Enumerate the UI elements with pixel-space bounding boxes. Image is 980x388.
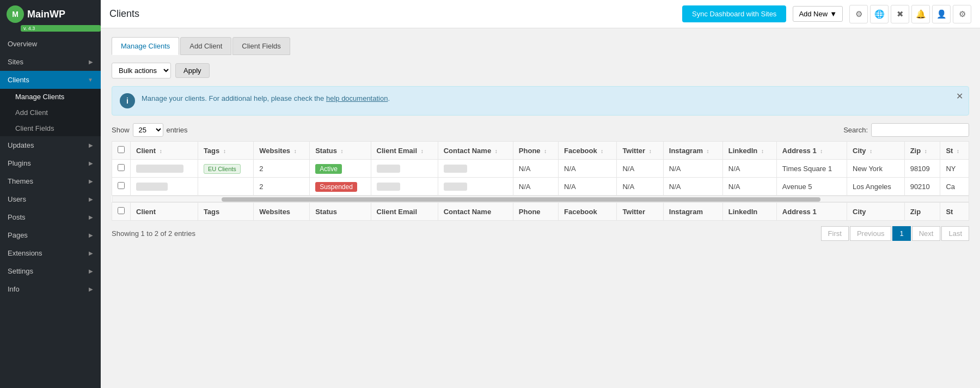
tab-manage-clients[interactable]: Manage Clients bbox=[112, 37, 179, 55]
add-new-button[interactable]: Add New ▼ bbox=[793, 6, 843, 22]
sidebar-item-users[interactable]: Users ▶ bbox=[0, 190, 101, 208]
col-st[interactable]: St ↕ bbox=[940, 142, 969, 160]
help-documentation-link[interactable]: help documentation bbox=[326, 94, 388, 102]
entries-per-page-select[interactable]: 25 10 50 100 bbox=[133, 123, 163, 137]
horizontal-scrollbar[interactable] bbox=[112, 196, 969, 202]
tags-cell: EU Clients bbox=[198, 160, 253, 178]
gear-icon[interactable]: ⚙ bbox=[849, 5, 868, 23]
phone-cell: N/A bbox=[513, 160, 558, 178]
tab-add-client[interactable]: Add Client bbox=[180, 37, 231, 55]
status-badge: Suspended bbox=[315, 182, 357, 192]
contact-cell bbox=[438, 160, 513, 178]
settings-icon[interactable]: ⚙ bbox=[953, 5, 971, 23]
next-page-button[interactable]: Next bbox=[912, 226, 941, 241]
facebook-cell: N/A bbox=[559, 178, 617, 196]
instagram-cell: N/A bbox=[663, 178, 722, 196]
col-client[interactable]: Client ↕ bbox=[131, 142, 198, 160]
row-checkbox[interactable] bbox=[118, 182, 125, 189]
col-phone[interactable]: Phone ↕ bbox=[513, 142, 558, 160]
version-badge: v. 4.3 bbox=[21, 25, 101, 32]
show-entries: Show 25 10 50 100 entries bbox=[112, 123, 188, 137]
sidebar-item-label: Posts bbox=[8, 213, 26, 221]
current-page-button[interactable]: 1 bbox=[892, 226, 910, 241]
sidebar-item-label: Settings bbox=[8, 267, 33, 275]
email-cell bbox=[371, 178, 438, 196]
x-circle-icon[interactable]: ✖ bbox=[891, 5, 909, 23]
search-input[interactable] bbox=[871, 123, 969, 137]
chevron-right-icon: ▶ bbox=[89, 250, 93, 256]
table-controls: Show 25 10 50 100 entries Search: bbox=[112, 123, 969, 137]
footer-col-zip: Zip bbox=[904, 203, 940, 221]
col-linkedin[interactable]: LinkedIn ↕ bbox=[722, 142, 776, 160]
first-page-button[interactable]: First bbox=[821, 226, 849, 241]
sidebar-item-extensions[interactable]: Extensions ▶ bbox=[0, 244, 101, 262]
col-contact[interactable]: Contact Name ↕ bbox=[438, 142, 513, 160]
last-page-button[interactable]: Last bbox=[941, 226, 969, 241]
sidebar-subitem-client-fields[interactable]: Client Fields bbox=[8, 120, 101, 136]
col-facebook[interactable]: Facebook ↕ bbox=[559, 142, 617, 160]
sidebar-item-label: Themes bbox=[8, 177, 33, 185]
sidebar-item-clients[interactable]: Clients ▼ bbox=[0, 71, 101, 89]
client-name-cell bbox=[131, 160, 198, 178]
footer-col-facebook: Facebook bbox=[559, 203, 617, 221]
col-city[interactable]: City ↕ bbox=[847, 142, 905, 160]
table-footer-header-row: Client Tags Websites Status Client Email… bbox=[112, 203, 969, 221]
chevron-right-icon: ▶ bbox=[89, 214, 93, 220]
info-banner: i Manage your clients. For additional he… bbox=[112, 86, 969, 116]
footer-col-tags: Tags bbox=[198, 203, 253, 221]
linkedin-cell: N/A bbox=[722, 160, 776, 178]
col-tags[interactable]: Tags ↕ bbox=[198, 142, 253, 160]
col-status[interactable]: Status ↕ bbox=[310, 142, 371, 160]
user-icon[interactable]: 👤 bbox=[932, 5, 951, 23]
tab-client-fields[interactable]: Client Fields bbox=[232, 37, 290, 55]
chevron-right-icon: ▶ bbox=[89, 196, 93, 202]
sidebar-item-label: Plugins bbox=[8, 159, 31, 167]
tag-badge: EU Clients bbox=[204, 164, 241, 174]
col-websites[interactable]: Websites ↕ bbox=[254, 142, 310, 160]
tabs: Manage Clients Add Client Client Fields bbox=[112, 37, 969, 55]
sidebar-item-info[interactable]: Info ▶ bbox=[0, 280, 101, 298]
zip-cell: 98109 bbox=[904, 160, 940, 178]
bulk-actions-select[interactable]: Bulk actions bbox=[112, 63, 171, 78]
apply-button[interactable]: Apply bbox=[175, 63, 210, 78]
sidebar-subitem-manage-clients[interactable]: Manage Clients bbox=[8, 89, 101, 105]
sidebar-item-posts[interactable]: Posts ▶ bbox=[0, 208, 101, 226]
zip-cell: 90210 bbox=[904, 178, 940, 196]
select-all-footer-checkbox[interactable] bbox=[118, 207, 125, 214]
col-zip[interactable]: Zip ↕ bbox=[904, 142, 940, 160]
tags-cell bbox=[198, 178, 253, 196]
sidebar-item-sites[interactable]: Sites ▶ bbox=[0, 53, 101, 71]
logo: M MainWP bbox=[0, 0, 101, 25]
globe-icon[interactable]: 🌐 bbox=[870, 5, 889, 23]
select-all-checkbox[interactable] bbox=[118, 146, 125, 153]
sidebar-subitem-add-client[interactable]: Add Client bbox=[8, 105, 101, 120]
websites-cell: 2 bbox=[254, 160, 310, 178]
sync-button[interactable]: Sync Dashboard with Sites bbox=[682, 5, 786, 22]
table-body: EU Clients 2 Active N/A N/A N/A N/A N/A … bbox=[112, 160, 969, 221]
table-header-row: Client ↕ Tags ↕ Websites ↕ Status ↕ Clie… bbox=[112, 142, 969, 160]
bell-icon[interactable]: 🔔 bbox=[911, 5, 930, 23]
col-email[interactable]: Client Email ↕ bbox=[371, 142, 438, 160]
sidebar-item-plugins[interactable]: Plugins ▶ bbox=[0, 154, 101, 172]
col-twitter[interactable]: Twitter ↕ bbox=[617, 142, 663, 160]
chevron-right-icon: ▶ bbox=[89, 142, 93, 148]
sidebar-item-updates[interactable]: Updates ▶ bbox=[0, 136, 101, 154]
logo-icon: M bbox=[7, 5, 24, 23]
sidebar-item-label: Clients bbox=[8, 76, 29, 84]
sidebar-item-label: Updates bbox=[8, 141, 34, 149]
footer-col-address: Address 1 bbox=[776, 203, 847, 221]
sidebar-item-overview[interactable]: Overview bbox=[0, 35, 101, 53]
row-checkbox[interactable] bbox=[118, 164, 125, 171]
sidebar-item-pages[interactable]: Pages ▶ bbox=[0, 226, 101, 244]
previous-page-button[interactable]: Previous bbox=[850, 226, 892, 241]
pagination-buttons: First Previous 1 Next Last bbox=[821, 226, 969, 241]
col-instagram[interactable]: Instagram ↕ bbox=[663, 142, 722, 160]
info-close-button[interactable]: ✕ bbox=[956, 91, 963, 101]
content-area: Manage Clients Add Client Client Fields … bbox=[101, 28, 980, 388]
chevron-right-icon: ▶ bbox=[89, 178, 93, 184]
city-cell: New York bbox=[847, 160, 905, 178]
sidebar-item-themes[interactable]: Themes ▶ bbox=[0, 172, 101, 190]
col-address[interactable]: Address 1 ↕ bbox=[776, 142, 847, 160]
clients-submenu: Manage Clients Add Client Client Fields bbox=[0, 89, 101, 136]
sidebar-item-settings[interactable]: Settings ▶ bbox=[0, 262, 101, 280]
